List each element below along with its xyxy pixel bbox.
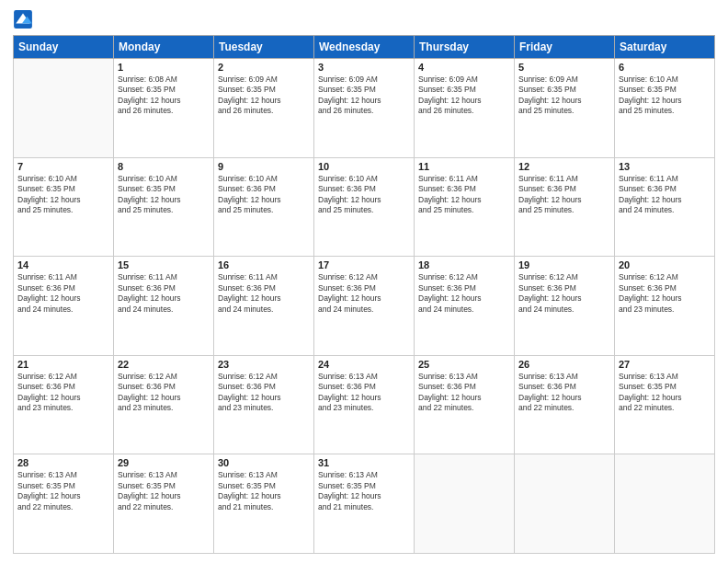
day-info: Sunrise: 6:12 AM Sunset: 6:36 PM Dayligh… [619,272,711,315]
calendar-cell: 6Sunrise: 6:10 AM Sunset: 6:35 PM Daylig… [615,59,715,158]
day-info: Sunrise: 6:10 AM Sunset: 6:35 PM Dayligh… [619,75,711,117]
day-number: 23 [218,359,310,370]
day-info: Sunrise: 6:11 AM Sunset: 6:36 PM Dayligh… [418,174,510,216]
calendar-table: SundayMondayTuesdayWednesdayThursdayFrid… [13,35,715,554]
day-info: Sunrise: 6:10 AM Sunset: 6:35 PM Dayligh… [17,174,109,216]
general-blue-icon [13,9,33,29]
calendar-cell: 17Sunrise: 6:12 AM Sunset: 6:36 PM Dayli… [314,257,415,356]
day-info: Sunrise: 6:13 AM Sunset: 6:35 PM Dayligh… [118,470,210,512]
day-number: 3 [318,62,410,73]
calendar-cell: 8Sunrise: 6:10 AM Sunset: 6:35 PM Daylig… [114,157,214,257]
day-header-tuesday: Tuesday [214,36,314,59]
day-info: Sunrise: 6:10 AM Sunset: 6:36 PM Dayligh… [318,174,410,216]
day-info: Sunrise: 6:13 AM Sunset: 6:36 PM Dayligh… [518,372,610,414]
day-header-wednesday: Wednesday [314,36,415,59]
logo [13,9,35,29]
calendar-cell: 18Sunrise: 6:12 AM Sunset: 6:36 PM Dayli… [415,257,515,356]
day-number: 27 [619,359,711,370]
calendar-cell: 10Sunrise: 6:10 AM Sunset: 6:36 PM Dayli… [314,157,415,257]
day-info: Sunrise: 6:10 AM Sunset: 6:36 PM Dayligh… [218,174,310,216]
calendar-cell: 4Sunrise: 6:09 AM Sunset: 6:35 PM Daylig… [415,59,515,158]
day-info: Sunrise: 6:11 AM Sunset: 6:36 PM Dayligh… [218,272,310,315]
calendar-cell: 28Sunrise: 6:13 AM Sunset: 6:35 PM Dayli… [14,454,114,554]
calendar-cell: 25Sunrise: 6:13 AM Sunset: 6:36 PM Dayli… [415,355,515,454]
day-number: 30 [218,457,310,468]
day-number: 29 [118,457,210,468]
calendar-cell: 21Sunrise: 6:12 AM Sunset: 6:36 PM Dayli… [14,355,114,454]
day-number: 26 [518,359,610,370]
calendar-cell: 27Sunrise: 6:13 AM Sunset: 6:35 PM Dayli… [615,355,715,454]
day-number: 22 [118,359,210,370]
day-number: 6 [619,62,711,73]
day-number: 13 [619,161,711,172]
day-number: 15 [118,259,210,270]
day-number: 17 [318,259,410,270]
day-info: Sunrise: 6:11 AM Sunset: 6:36 PM Dayligh… [17,272,109,315]
calendar-cell: 22Sunrise: 6:12 AM Sunset: 6:36 PM Dayli… [114,355,214,454]
calendar-cell [415,454,515,554]
day-number: 7 [17,161,109,172]
day-info: Sunrise: 6:11 AM Sunset: 6:36 PM Dayligh… [118,272,210,315]
day-info: Sunrise: 6:13 AM Sunset: 6:36 PM Dayligh… [418,372,510,414]
day-info: Sunrise: 6:12 AM Sunset: 6:36 PM Dayligh… [518,272,610,315]
day-number: 18 [418,259,510,270]
day-info: Sunrise: 6:09 AM Sunset: 6:35 PM Dayligh… [318,75,410,117]
day-header-friday: Friday [515,36,615,59]
calendar-cell: 7Sunrise: 6:10 AM Sunset: 6:35 PM Daylig… [14,157,114,257]
day-number: 28 [17,457,109,468]
calendar-cell [615,454,715,554]
day-header-monday: Monday [114,36,214,59]
day-number: 10 [318,161,410,172]
day-info: Sunrise: 6:12 AM Sunset: 6:36 PM Dayligh… [218,372,310,414]
calendar-cell [14,59,114,158]
day-number: 16 [218,259,310,270]
calendar-cell: 2Sunrise: 6:09 AM Sunset: 6:35 PM Daylig… [214,59,314,158]
day-number: 4 [418,62,510,73]
calendar-cell [515,454,615,554]
day-info: Sunrise: 6:13 AM Sunset: 6:36 PM Dayligh… [318,372,410,414]
day-info: Sunrise: 6:13 AM Sunset: 6:35 PM Dayligh… [218,470,310,512]
day-info: Sunrise: 6:08 AM Sunset: 6:35 PM Dayligh… [118,75,210,117]
day-info: Sunrise: 6:13 AM Sunset: 6:35 PM Dayligh… [17,470,109,512]
day-number: 14 [17,259,109,270]
day-number: 25 [418,359,510,370]
day-number: 9 [218,161,310,172]
day-number: 12 [518,161,610,172]
day-info: Sunrise: 6:13 AM Sunset: 6:35 PM Dayligh… [619,372,711,414]
calendar-cell: 11Sunrise: 6:11 AM Sunset: 6:36 PM Dayli… [415,157,515,257]
calendar-cell: 3Sunrise: 6:09 AM Sunset: 6:35 PM Daylig… [314,59,415,158]
day-number: 5 [518,62,610,73]
day-number: 20 [619,259,711,270]
calendar-cell: 19Sunrise: 6:12 AM Sunset: 6:36 PM Dayli… [515,257,615,356]
day-info: Sunrise: 6:11 AM Sunset: 6:36 PM Dayligh… [619,174,711,216]
header [13,9,715,29]
day-info: Sunrise: 6:09 AM Sunset: 6:35 PM Dayligh… [518,75,610,117]
calendar-cell: 29Sunrise: 6:13 AM Sunset: 6:35 PM Dayli… [114,454,214,554]
day-info: Sunrise: 6:12 AM Sunset: 6:36 PM Dayligh… [418,272,510,315]
day-number: 21 [17,359,109,370]
day-number: 11 [418,161,510,172]
calendar-cell: 14Sunrise: 6:11 AM Sunset: 6:36 PM Dayli… [14,257,114,356]
day-number: 24 [318,359,410,370]
calendar-cell: 26Sunrise: 6:13 AM Sunset: 6:36 PM Dayli… [515,355,615,454]
day-info: Sunrise: 6:12 AM Sunset: 6:36 PM Dayligh… [17,372,109,414]
day-info: Sunrise: 6:09 AM Sunset: 6:35 PM Dayligh… [218,75,310,117]
day-number: 2 [218,62,310,73]
day-number: 8 [118,161,210,172]
calendar-cell: 20Sunrise: 6:12 AM Sunset: 6:36 PM Dayli… [615,257,715,356]
calendar-cell: 13Sunrise: 6:11 AM Sunset: 6:36 PM Dayli… [615,157,715,257]
day-info: Sunrise: 6:12 AM Sunset: 6:36 PM Dayligh… [318,272,410,315]
day-info: Sunrise: 6:11 AM Sunset: 6:36 PM Dayligh… [518,174,610,216]
day-info: Sunrise: 6:13 AM Sunset: 6:35 PM Dayligh… [318,470,410,512]
day-header-sunday: Sunday [14,36,114,59]
calendar-cell: 24Sunrise: 6:13 AM Sunset: 6:36 PM Dayli… [314,355,415,454]
calendar-cell: 30Sunrise: 6:13 AM Sunset: 6:35 PM Dayli… [214,454,314,554]
calendar-cell: 15Sunrise: 6:11 AM Sunset: 6:36 PM Dayli… [114,257,214,356]
calendar-cell: 1Sunrise: 6:08 AM Sunset: 6:35 PM Daylig… [114,59,214,158]
calendar-cell: 23Sunrise: 6:12 AM Sunset: 6:36 PM Dayli… [214,355,314,454]
day-number: 19 [518,259,610,270]
calendar-cell: 9Sunrise: 6:10 AM Sunset: 6:36 PM Daylig… [214,157,314,257]
calendar-cell: 12Sunrise: 6:11 AM Sunset: 6:36 PM Dayli… [515,157,615,257]
day-number: 31 [318,457,410,468]
calendar-cell: 16Sunrise: 6:11 AM Sunset: 6:36 PM Dayli… [214,257,314,356]
